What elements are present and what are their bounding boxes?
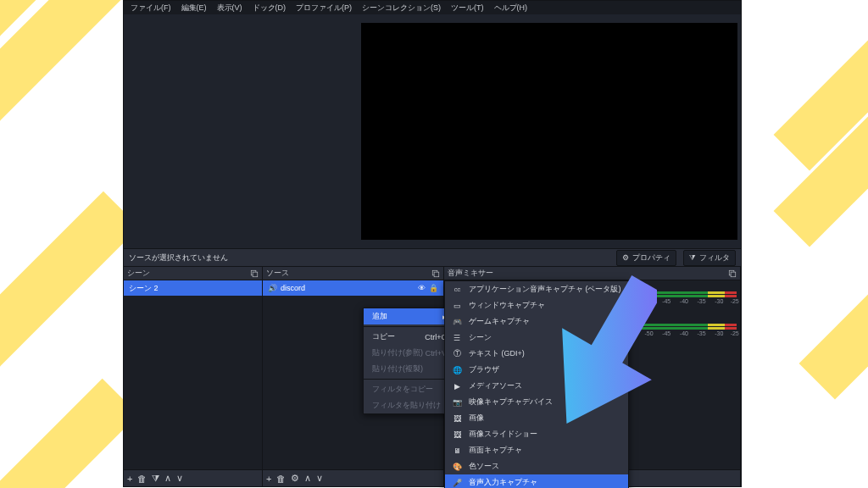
source-settings-button[interactable]: ⚙ [291, 473, 299, 484]
scene-panel: シーン シーン 2 + 🗑 ⧩ ∧ ∨ [124, 267, 263, 486]
ctx-copy[interactable]: コピー Ctrl+C [364, 329, 455, 345]
menu-edit[interactable]: 編集(E) [178, 3, 210, 14]
submenu-color-source[interactable]: 🎨色ソース [445, 458, 628, 474]
submenu-text[interactable]: Ⓣテキスト (GDI+) [445, 346, 628, 362]
move-scene-down-button[interactable]: ∨ [176, 473, 183, 484]
camera-icon: 📷 [452, 398, 462, 407]
slideshow-icon: 🖼 [452, 430, 462, 439]
svg-rect-1 [253, 272, 258, 277]
audio-meter [639, 291, 737, 294]
audio-icon: 🔊 [268, 284, 277, 292]
submenu-slideshow[interactable]: 🖼画像スライドショー [445, 426, 628, 442]
add-source-submenu: ㏄アプリケーション音声キャプチャ (ベータ版) ▭ウィンドウキャプチャ 🎮ゲーム… [444, 280, 629, 488]
gamepad-icon: 🎮 [452, 318, 462, 326]
submenu-label: 画面キャプチャ [469, 445, 522, 456]
submenu-label: 映像キャプチャデバイス [469, 396, 553, 408]
bottom-panels: シーン シーン 2 + 🗑 ⧩ ∧ ∨ ソース [124, 267, 741, 486]
ctx-add[interactable]: 追加 ▸ [364, 308, 455, 324]
submenu-label: ウィンドウキャプチャ [469, 300, 545, 311]
lock-icon[interactable]: 🔒 [429, 284, 438, 292]
submenu-media[interactable]: ▶メディアソース [445, 378, 628, 394]
filters-button[interactable]: ⧩ フィルタ [683, 250, 736, 266]
menu-help[interactable]: ヘルプ(H) [491, 3, 531, 14]
window-icon: ▭ [452, 302, 462, 310]
popout-icon[interactable] [728, 269, 737, 278]
submenu-display-capture[interactable]: 🖥画面キャプチャ [445, 442, 628, 458]
source-item[interactable]: 🔊 discord 👁 🔒 [263, 280, 443, 296]
submenu-image[interactable]: 🖼画像 [445, 410, 628, 426]
image-icon: 🖼 [452, 414, 462, 423]
submenu-label: ブラウザ [469, 364, 499, 375]
remove-source-button[interactable]: 🗑 [276, 474, 286, 484]
display-icon: 🖥 [452, 446, 462, 455]
visibility-icon[interactable]: 👁 [418, 284, 426, 292]
preview-canvas[interactable] [361, 23, 737, 240]
captions-icon: ㏄ [452, 284, 462, 295]
ctx-copy-label: コピー [372, 331, 395, 342]
sources-list[interactable]: 🔊 discord 👁 🔒 追加 ▸ コピー [263, 280, 443, 469]
no-source-selected-label: ソースが選択されていません [129, 252, 228, 263]
submenu-audio-input[interactable]: 🎤音声入力キャプチャ [445, 474, 628, 488]
submenu-scene[interactable]: ☰シーン [445, 330, 628, 346]
filter-icon: ⧩ [689, 253, 696, 263]
popout-icon[interactable] [250, 269, 259, 278]
meter-ticks: -50 -45 -40 -35 -30 -25 [639, 330, 737, 339]
add-scene-button[interactable]: + [127, 474, 132, 484]
scene-panel-title: シーン [127, 268, 150, 279]
sources-panel-header: ソース [263, 267, 443, 280]
mixer-panel-header: 音声ミキサー [444, 267, 740, 280]
submenu-window-capture[interactable]: ▭ウィンドウキャプチャ [445, 297, 628, 313]
submenu-game-capture[interactable]: 🎮ゲームキャプチャ [445, 313, 628, 330]
submenu-label: テキスト (GDI+) [469, 348, 525, 359]
submenu-label: 画像スライドショー [469, 429, 537, 440]
move-source-down-button[interactable]: ∨ [316, 473, 323, 484]
ctx-paste-filters[interactable]: フィルタを貼り付け [364, 397, 455, 413]
ctx-copy-filters[interactable]: フィルタをコピー [364, 381, 455, 397]
ctx-copy-filters-label: フィルタをコピー [372, 384, 433, 395]
scene-icon: ☰ [452, 334, 462, 342]
filters-label: フィルタ [699, 252, 730, 263]
add-source-button[interactable]: + [266, 474, 271, 484]
gear-icon: ⚙ [622, 253, 629, 262]
submenu-label: 色ソース [469, 461, 499, 472]
globe-icon: 🌐 [452, 366, 462, 374]
sources-panel-title: ソース [266, 268, 289, 279]
ctx-paste-dup-label: 貼り付け(複製) [372, 363, 423, 374]
scene-filter-button[interactable]: ⧩ [152, 473, 159, 484]
menubar: ファイル(F) 編集(E) 表示(V) ドック(D) プロファイル(P) シーン… [124, 1, 741, 14]
play-icon: ▶ [452, 382, 462, 391]
svg-rect-5 [731, 272, 736, 277]
submenu-browser[interactable]: 🌐ブラウザ [445, 362, 628, 378]
sources-panel: ソース 🔊 discord 👁 🔒 追加 ▸ [263, 267, 444, 486]
menu-view[interactable]: 表示(V) [214, 3, 246, 14]
scene-item[interactable]: シーン 2 [124, 280, 262, 296]
audio-meter [639, 295, 737, 297]
menu-scene-collection[interactable]: シーンコレクション(S) [359, 3, 444, 14]
ctx-add-label: 追加 [372, 311, 387, 322]
text-icon: Ⓣ [452, 348, 462, 359]
scene-list[interactable]: シーン 2 [124, 280, 262, 469]
ctx-paste-ref[interactable]: 貼り付け(参照) Ctrl+V [364, 345, 455, 361]
audio-mixer-panel: 音声ミキサー ㏄アプリケーション音声キャプチャ (ベータ版) ▭ウィンドウキャプ… [444, 267, 741, 486]
menu-file[interactable]: ファイル(F) [127, 3, 175, 14]
ctx-paste-dup[interactable]: 貼り付け(複製) [364, 361, 455, 377]
paint-icon: 🎨 [452, 463, 462, 471]
submenu-label: アプリケーション音声キャプチャ (ベータ版) [469, 284, 621, 295]
menu-profile[interactable]: プロファイル(P) [292, 3, 355, 14]
move-source-up-button[interactable]: ∧ [304, 473, 311, 484]
obs-app-window: ファイル(F) 編集(E) 表示(V) ドック(D) プロファイル(P) シーン… [123, 0, 742, 487]
mixer-body: ㏄アプリケーション音声キャプチャ (ベータ版) ▭ウィンドウキャプチャ 🎮ゲーム… [444, 280, 740, 469]
submenu-app-audio[interactable]: ㏄アプリケーション音声キャプチャ (ベータ版) [445, 281, 628, 297]
properties-button[interactable]: ⚙ プロパティ [616, 250, 676, 266]
move-scene-up-button[interactable]: ∧ [164, 473, 171, 484]
sources-context-menu: 追加 ▸ コピー Ctrl+C 貼り付け(参照) Ctrl+V 貼り付け(複製) [363, 308, 456, 414]
submenu-label: メディアソース [469, 380, 522, 391]
preview-area [124, 14, 741, 248]
source-item-label: discord [281, 284, 305, 292]
submenu-label: ゲームキャプチャ [469, 316, 530, 327]
submenu-video-capture[interactable]: 📷映像キャプチャデバイス [445, 394, 628, 410]
popout-icon[interactable] [431, 269, 440, 278]
menu-tools[interactable]: ツール(T) [448, 3, 487, 14]
menu-dock[interactable]: ドック(D) [249, 3, 290, 14]
remove-scene-button[interactable]: 🗑 [137, 474, 147, 484]
